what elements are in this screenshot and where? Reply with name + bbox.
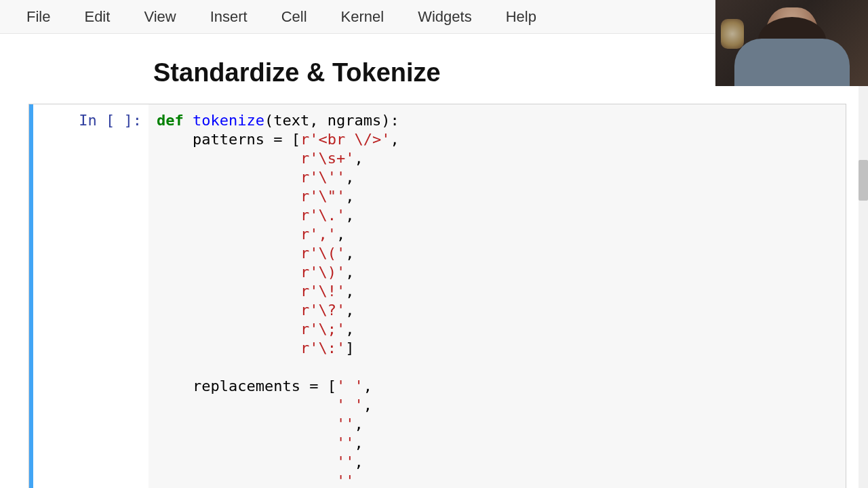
menu-group: File Edit View Insert Cell Kernel Widget… <box>10 8 536 26</box>
webcam-overlay <box>715 0 868 86</box>
code-input[interactable]: def tokenize(text, ngrams): patterns = [… <box>149 104 846 488</box>
menu-insert[interactable]: Insert <box>210 8 248 26</box>
scrollbar-thumb[interactable] <box>859 160 868 201</box>
code-cell[interactable]: In [ ]: def tokenize(text, ngrams): patt… <box>28 104 846 488</box>
menu-kernel[interactable]: Kernel <box>341 8 384 26</box>
menu-view[interactable]: View <box>144 8 176 26</box>
notebook-area: Standardize & Tokenize In [ ]: def token… <box>7 34 868 488</box>
cell-prompt: In [ ]: <box>33 104 149 488</box>
menu-file[interactable]: File <box>26 8 50 26</box>
scrollbar-track[interactable] <box>859 34 868 488</box>
menu-widgets[interactable]: Widgets <box>418 8 471 26</box>
menu-edit[interactable]: Edit <box>84 8 110 26</box>
menu-cell[interactable]: Cell <box>281 8 307 26</box>
menu-help[interactable]: Help <box>506 8 536 26</box>
